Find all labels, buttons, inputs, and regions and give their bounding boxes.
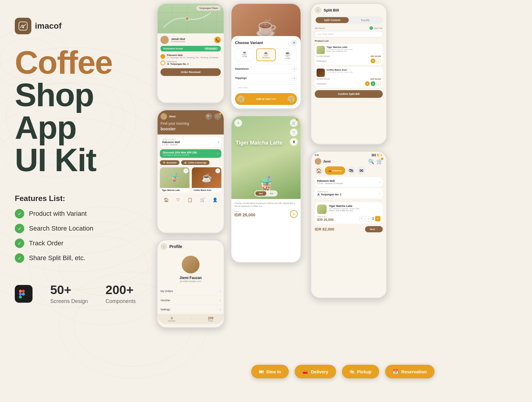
profile-menu-item-3[interactable]: Settings › [160, 305, 221, 314]
sweetness-expand-icon[interactable]: + [292, 66, 297, 72]
delivery-tab-active[interactable]: 🚗 Delivery [325, 166, 345, 175]
size-medium[interactable]: ☕ Medium [256, 48, 276, 61]
feature-item-1: ✓ Product with Variant [15, 209, 139, 218]
bill-name-input[interactable]: e.g. imaji coffee [315, 31, 383, 37]
tab-bestseller[interactable]: ⭐ Bestseller [160, 160, 179, 165]
tab-reservation[interactable]: 📅 Reservation [385, 365, 434, 378]
store-cards: Pakuwon Mall 2.1 km · Nearest 15 minutes… [311, 177, 386, 198]
cart-icon-product[interactable]: 🛒 [290, 119, 298, 127]
search-icon-2[interactable]: 🔍 [368, 158, 374, 165]
add-participant-button-2[interactable]: + [376, 81, 381, 86]
add-to-cart-button[interactable]: 🛒 Add to Cart >>> 🛒 [235, 93, 297, 105]
product-card-2[interactable]: ☕ ♡ Coffee Black Aren [192, 167, 221, 192]
size-small[interactable]: ☕ Small [235, 48, 254, 61]
item1-participant-row: Participant M + [317, 59, 381, 63]
svg-point-16 [22, 26, 24, 28]
destination-row: Pakuwon Mall Jl. Tunjungan No 31, Genten… [160, 54, 221, 59]
back-button-profile[interactable]: ‹ [160, 243, 167, 250]
ice-tab[interactable]: Ice [266, 191, 277, 196]
figma-icon [15, 285, 33, 303]
call-icon[interactable]: 📞 [214, 37, 221, 43]
store-card-info-sub: 2.1 km · Nearest 15 minutes [317, 182, 343, 184]
tab-pickup[interactable]: 🛍 Pickup [342, 365, 379, 378]
wishlist-icon-2[interactable]: ♡ [215, 168, 220, 173]
signal-icon: ▌▌▌ [372, 154, 376, 156]
back-button-split[interactable]: ‹ [315, 7, 321, 13]
store-card-2[interactable]: Delivery to Jl. Tunjungan No. 1 › [315, 188, 383, 198]
store-location-card[interactable]: Store Location Pakuwon Mall 2.1 km · Nea… [160, 137, 221, 147]
home-tab-icon[interactable]: 🏠 [315, 166, 323, 175]
item1-info: Tiger Matcha Latte Ice, Medium, Normal, … [327, 46, 381, 52]
order-received-button[interactable]: Order Received [160, 68, 221, 76]
product-card-1[interactable]: 🧋 ♡ Tiger Matcha Latte [160, 167, 189, 192]
phones-container: Tunjungan Plaza Jamal Akul Personal Driv… [157, 3, 529, 399]
confirm-split-bill-button[interactable]: Confirm Split Bill [315, 90, 383, 98]
product-name-large: Tiger Matcha Latte [236, 140, 283, 146]
item1-qty-price: 1x IDR 26,000 [317, 55, 330, 57]
bill-name-row: Bill Name ✓ Split Tax [315, 26, 383, 30]
item1-row: Tiger Matcha Latte Ice, Medium, Normal, … [317, 46, 381, 54]
wishlist-icon-product[interactable]: ♡ [290, 129, 298, 136]
map-label: Tunjungan Plaza [196, 6, 221, 11]
item2-name: Coffee Black Aren [327, 69, 381, 71]
plus-button[interactable]: + [375, 216, 380, 221]
store-distance: 2.1 km · Nearest [162, 144, 180, 146]
discount-sub: You have 2 discount voucher [163, 154, 197, 156]
store-card-1[interactable]: Pakuwon Mall 2.1 km · Nearest 15 minutes… [315, 177, 383, 187]
mail-tab-icon[interactable]: ✉ [357, 166, 365, 175]
delivery-to-label: Delivery to [167, 61, 189, 63]
back-button-product[interactable]: ‹ [234, 119, 242, 127]
user-avatar [160, 113, 167, 120]
tab-coffee[interactable]: ☕ Coffee & Beverage [181, 160, 209, 165]
edit-icon-order[interactable]: ✎ [359, 216, 364, 221]
search-icon[interactable]: 🔍 [205, 113, 212, 120]
nav-home-icon[interactable]: 🏠 [164, 197, 169, 202]
minus-button[interactable]: − [366, 216, 371, 221]
nav-cart-icon[interactable]: 🛒 [200, 197, 205, 202]
split-item-1: Tiger Matcha Latte Ice, Medium, Normal, … [315, 44, 383, 65]
hot-tab[interactable]: Hot [255, 191, 266, 196]
tab-delivery[interactable]: 🚗 Delivery [295, 365, 336, 378]
close-icon[interactable]: ✕ [291, 40, 297, 46]
item1-name: Tiger Matcha Latte [327, 46, 381, 48]
pickup-icon: 🛍 [350, 369, 354, 374]
add-participant-button[interactable]: + [376, 59, 381, 63]
notes-field[interactable]: Add notes... [235, 85, 297, 91]
total-price: IDR 26,000 [317, 218, 334, 221]
price-label: Price [234, 210, 255, 213]
store-label: Store Location [162, 139, 180, 141]
toppings-row: Toppings + [235, 73, 297, 83]
share-icon-product[interactable]: ⬆ [290, 138, 298, 146]
delivery-tabs: 🏠 🚗 Delivery 🛍 ✉ [311, 166, 386, 175]
tab-dine-in[interactable]: 🍽 Dine In [251, 365, 289, 378]
features-title: Features List: [15, 194, 139, 203]
item2-row: Coffee Black Aren Ice, Medium, Normal, G… [317, 69, 381, 77]
profile-menu-item-2[interactable]: Voucher › [160, 296, 221, 305]
phone-track-order: Tunjungan Plaza Jamal Akul Personal Driv… [157, 3, 225, 103]
bill-name-label: Bill Name [315, 27, 325, 30]
size-large[interactable]: ☕ Large [278, 48, 297, 61]
user-row: Jiemi [160, 113, 176, 120]
bag-tab-icon[interactable]: 🛍 [347, 166, 355, 175]
split-bill-header: ‹ Split Bill [311, 4, 386, 16]
cart-icon[interactable]: 🛒 1 [214, 113, 221, 120]
tab-split-custom[interactable]: Split Custom [316, 17, 349, 23]
add-button[interactable]: + [290, 210, 298, 218]
order-item-notes: Notes: Just a little ice, bro [329, 210, 380, 212]
cart-icon-2[interactable]: 🛒 [376, 158, 383, 165]
nav-heart-icon[interactable]: ♡ [176, 197, 180, 202]
discount-banner[interactable]: Discount 20% Max IDR 25K You have 2 disc… [160, 149, 221, 158]
tab-equally[interactable]: Equally [349, 17, 382, 23]
profile-menu-item-1[interactable]: My Orders › [160, 287, 221, 296]
order-next-button[interactable]: Next → [365, 226, 383, 232]
toppings-expand-icon[interactable]: + [292, 75, 297, 81]
wishlist-icon-1[interactable]: ♡ [184, 168, 188, 173]
delivery-icon: 🚗 [302, 369, 308, 374]
nav-order-icon[interactable]: 📋 [187, 197, 192, 202]
greeting-line1: Find your morning [160, 121, 189, 126]
item2-thumbnail [317, 69, 325, 77]
nav-profile-icon[interactable]: 👤 [213, 197, 218, 202]
sweetness-row: Sweetness + [235, 64, 297, 73]
product-detail-info: Creamy, smooth blend of premium matcha a… [231, 199, 301, 221]
driver-row: Jamal Akul Personal Driver 📞 [160, 36, 221, 44]
